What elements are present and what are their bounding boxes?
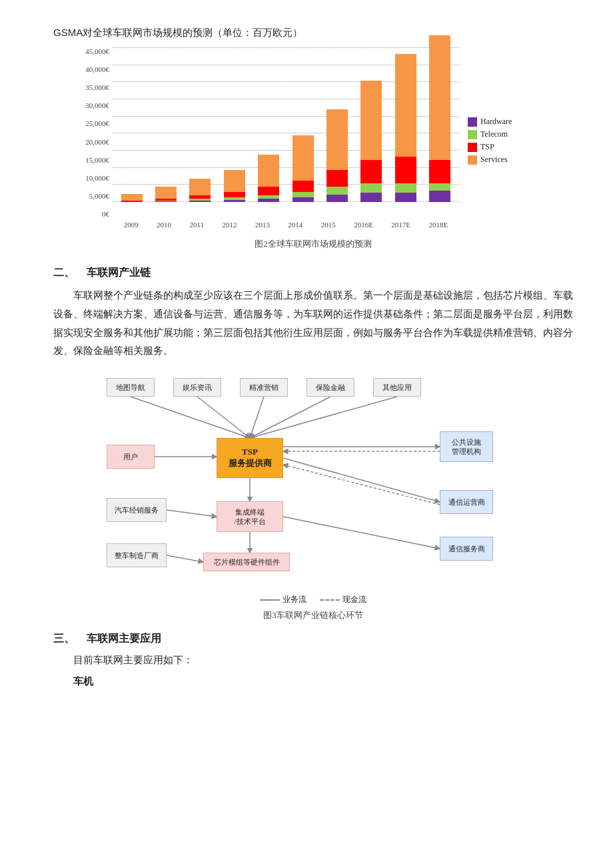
y-label: 45,000€ — [85, 47, 109, 55]
bar-group — [224, 47, 245, 202]
bar-group — [360, 47, 382, 202]
bar-segment — [360, 160, 382, 183]
legend-item: Services — [468, 155, 512, 165]
bar-segment — [360, 81, 382, 160]
diagram-box-ditu: 地图导航 — [107, 378, 155, 397]
svg-line-1 — [131, 397, 250, 438]
bar-segment — [121, 201, 143, 202]
legend-label: Telecom — [480, 129, 508, 139]
diagram-box-qiche: 汽车经销服务 — [107, 498, 167, 522]
diagram-box-yule: 娱乐资讯 — [173, 378, 221, 397]
section2-paragraph: 车联网整个产业链条的构成至少应该在三个层面上形成价值联系。第一个层面是基础设施层… — [53, 287, 573, 361]
chart-area: 0€5,000€10,000€15,000€20,000€25,000€30,0… — [73, 47, 460, 234]
legend-label-1: 业务流 — [283, 594, 306, 605]
svg-line-13 — [283, 517, 440, 549]
diagram: 地图导航娱乐资讯精准营销保险金融其他应用TSP 服务提供商用户集成终端 /技术平… — [87, 371, 540, 591]
svg-line-2 — [197, 397, 250, 438]
bar-stack — [429, 35, 450, 202]
bar-group — [326, 47, 348, 202]
section3-heading: 三、 车联网主要应用 — [53, 632, 573, 646]
y-label: 30,000€ — [85, 101, 109, 109]
bar-segment — [395, 193, 416, 202]
y-label: 0€ — [102, 210, 109, 218]
bar-stack — [121, 194, 143, 202]
chart-legend: HardwareTelecomTSPServices — [468, 117, 512, 165]
chart-and-legend: 0€5,000€10,000€15,000€20,000€25,000€30,0… — [53, 47, 573, 234]
diagram-box-jingzhun: 精准营销 — [240, 378, 288, 397]
svg-line-4 — [250, 397, 330, 438]
svg-line-12 — [283, 458, 440, 502]
bar-segment — [293, 192, 314, 197]
svg-line-5 — [250, 397, 397, 438]
diagram-box-tsp: TSP 服务提供商 — [217, 438, 283, 478]
bar-segment — [429, 183, 450, 191]
chart-title: GSMA对全球车联网市场规模的预测（单位：百万欧元） — [53, 27, 573, 39]
x-label: 2018E — [428, 221, 448, 229]
bar-stack — [189, 179, 211, 202]
chart-caption: 图2全球车联网市场规模的预测 — [255, 238, 372, 250]
bar-stack — [326, 109, 348, 202]
diagram-box-tongxin1: 通信运营商 — [440, 490, 493, 514]
bar-segment — [293, 135, 314, 181]
legend-label: TSP — [480, 142, 494, 152]
y-label: 25,000€ — [85, 119, 109, 127]
svg-line-10 — [167, 555, 203, 562]
bar-segment — [326, 109, 348, 170]
y-label: 40,000€ — [85, 65, 109, 73]
diagram-box-zhengche: 整车制造厂商 — [107, 543, 167, 567]
x-label: 2009 — [124, 221, 139, 229]
x-label: 2010 — [157, 221, 171, 229]
bar-segment — [429, 160, 450, 183]
x-labels-row: 20092010201120122013201420152016E2017E20… — [112, 218, 460, 234]
bar-segment — [360, 183, 382, 193]
svg-line-3 — [250, 397, 264, 438]
y-label: 20,000€ — [85, 138, 109, 146]
bar-segment — [224, 170, 245, 192]
bar-segment — [155, 187, 177, 199]
diagram-box-yonghu: 用户 — [107, 445, 155, 469]
diagram-container: 地图导航娱乐资讯精准营销保险金融其他应用TSP 服务提供商用户集成终端 /技术平… — [53, 371, 573, 605]
bar-segment — [395, 183, 416, 193]
diagram-caption: 图3车联网产业链核心环节 — [53, 609, 573, 621]
section3-title: 车联网主要应用 — [87, 632, 161, 646]
x-label: 2013 — [255, 221, 270, 229]
section2-num: 二、 — [53, 266, 75, 280]
legend-color-box — [468, 130, 477, 139]
y-axis: 0€5,000€10,000€15,000€20,000€25,000€30,0… — [73, 47, 112, 234]
legend-color-box — [468, 117, 477, 127]
bar-segment — [429, 35, 450, 161]
section3-bold: 车机 — [73, 675, 573, 688]
bar-segment — [326, 170, 348, 187]
dashed-line — [320, 599, 340, 601]
x-label: 2015 — [321, 221, 336, 229]
section2-heading: 二、 车联网产业链 — [53, 266, 573, 280]
bar-segment — [258, 155, 279, 187]
legend-color-box — [468, 155, 477, 165]
bars-wrapper — [112, 47, 460, 202]
chart-wrapper: 0€5,000€10,000€15,000€20,000€25,000€30,0… — [53, 47, 460, 234]
y-label: 10,000€ — [85, 174, 109, 182]
bar-stack — [293, 135, 314, 202]
diagram-box-jicheng: 集成终端 /技术平台 — [217, 501, 283, 532]
bar-group — [258, 47, 279, 202]
bar-segment — [360, 193, 382, 202]
bar-segment — [429, 191, 450, 202]
legend-item: Hardware — [468, 117, 512, 127]
bar-group — [189, 47, 211, 202]
bar-segment — [258, 187, 279, 195]
legend-label-2: 现金流 — [342, 594, 366, 605]
bar-segment — [224, 192, 245, 197]
x-label: 2017E — [391, 221, 410, 229]
diagram-box-gonggong: 公共设施 管理机构 — [440, 431, 493, 462]
bar-stack — [155, 187, 177, 202]
legend-color-box — [468, 143, 477, 152]
bar-segment — [326, 187, 348, 194]
section3-num: 三、 — [53, 632, 75, 646]
bar-segment — [326, 195, 348, 202]
bar-segment — [395, 54, 416, 157]
y-label: 15,000€ — [85, 156, 109, 164]
bar-group — [429, 47, 450, 202]
legend-yewuliu: 业务流 — [260, 594, 306, 605]
svg-line-9 — [167, 510, 217, 517]
diagram-box-qita: 其他应用 — [373, 378, 421, 397]
